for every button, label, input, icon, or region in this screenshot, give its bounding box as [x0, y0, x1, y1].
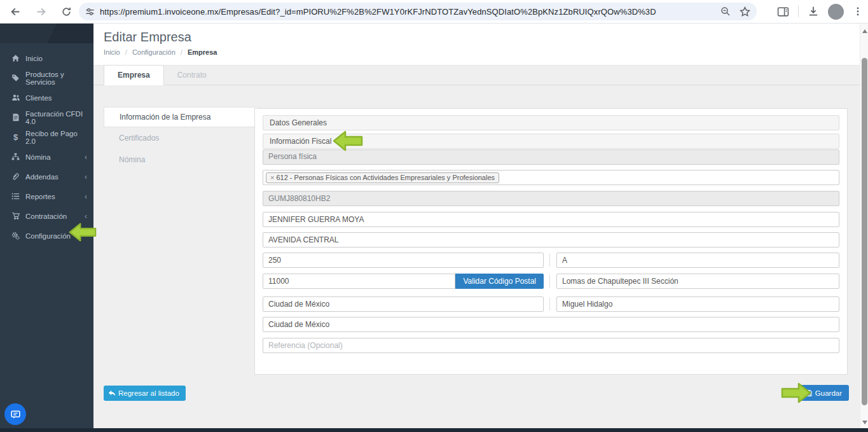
- estado-input[interactable]: [263, 317, 839, 332]
- scrollbar-up-arrow[interactable]: [862, 29, 867, 33]
- company-form-panel: Datos Generales Información Fiscal Perso…: [254, 108, 848, 375]
- page-header: Editar Empresa Inicio / Configuración / …: [93, 24, 860, 66]
- kebab-menu-icon[interactable]: [853, 6, 863, 17]
- sidebar-item-nomina[interactable]: Nómina ‹: [0, 147, 93, 167]
- chip-label: 612 - Personas Físicas con Actividades E…: [276, 174, 495, 182]
- company-subnav: Información de la Empresa Certificados N…: [104, 107, 260, 171]
- sidebar-item-reportes[interactable]: Reportes ‹: [0, 186, 93, 206]
- reading-list-icon[interactable]: [777, 6, 789, 17]
- scrollbar-thumb[interactable]: [862, 58, 867, 405]
- sidebar-item-configuracion[interactable]: Configuración: [0, 226, 93, 246]
- chip-remove-icon[interactable]: ×: [270, 174, 274, 182]
- url-text[interactable]: https://premium1.invoiceone.mx/Empresas/…: [100, 7, 715, 17]
- tab-contrato[interactable]: Contrato: [164, 66, 220, 85]
- gears-icon: [11, 232, 20, 240]
- validar-codigo-postal-button[interactable]: Validar Código Postal: [455, 274, 544, 289]
- paperclip-icon: [11, 172, 20, 181]
- numero-interior-input[interactable]: [556, 253, 839, 268]
- sidebar: Inicio Productos y Servicios Clientes Fa…: [0, 24, 93, 432]
- sidebar-item-productos-y-servicios[interactable]: Productos y Servicios: [0, 68, 93, 88]
- scrollbar-down-arrow[interactable]: [862, 421, 867, 424]
- list-icon: [11, 192, 20, 201]
- section-informacion-fiscal[interactable]: Información Fiscal: [263, 134, 839, 149]
- numero-exterior-input[interactable]: [263, 253, 544, 268]
- invoice-file-icon: [11, 113, 20, 122]
- sidebar-item-facturacion-cfdi[interactable]: Facturación CFDI 4.0: [0, 108, 93, 127]
- sidebar-item-inicio[interactable]: Inicio: [0, 48, 93, 68]
- address-bar[interactable]: https://premium1.invoiceone.mx/Empresas/…: [79, 3, 757, 20]
- sidebar-item-contratacion[interactable]: Contratación ‹: [0, 206, 93, 226]
- guardar-button[interactable]: Guardar: [798, 385, 849, 401]
- sidebar-item-addendas[interactable]: Addendas ‹: [0, 167, 93, 186]
- ciudad-input[interactable]: [263, 296, 544, 312]
- rfc-input: [263, 191, 839, 206]
- sidebar-item-clientes[interactable]: Clientes: [0, 88, 93, 108]
- persona-tipo-field: Persona física: [263, 150, 839, 165]
- browser-back-icon[interactable]: [8, 4, 23, 19]
- breadcrumb-empresa: Empresa: [188, 48, 217, 56]
- tab-strip: Empresa Contrato: [93, 66, 860, 85]
- zoom-out-icon[interactable]: [720, 6, 731, 17]
- save-floppy-icon: [805, 389, 812, 396]
- users-icon: [11, 94, 20, 102]
- profile-avatar[interactable]: [828, 4, 844, 20]
- browser-forward-icon: [33, 4, 48, 19]
- codigo-postal-input[interactable]: [263, 274, 455, 289]
- breadcrumb-configuracion[interactable]: Configuración: [132, 48, 176, 56]
- chevron-left-icon: ‹: [85, 153, 87, 162]
- download-icon[interactable]: [808, 6, 819, 17]
- page-scrollbar[interactable]: [860, 24, 868, 432]
- site-settings-icon[interactable]: [85, 7, 95, 17]
- bookmark-star-icon[interactable]: [740, 6, 750, 17]
- sidebar-item-recibo-de-pago[interactable]: $ Recibo de Pago 2.0: [0, 127, 93, 147]
- page-title: Editar Empresa: [104, 30, 860, 45]
- section-datos-generales[interactable]: Datos Generales: [263, 115, 839, 130]
- calle-input[interactable]: [263, 232, 839, 247]
- subnav-certificados[interactable]: Certificados: [104, 127, 260, 149]
- breadcrumb: Inicio / Configuración / Empresa: [104, 48, 860, 56]
- chat-widget-button[interactable]: [4, 403, 26, 425]
- main-content: Editar Empresa Inicio / Configuración / …: [93, 24, 860, 428]
- cart-icon: [11, 212, 20, 221]
- municipio-input[interactable]: [556, 296, 839, 312]
- referencia-input[interactable]: [263, 338, 839, 353]
- home-icon: [11, 54, 20, 63]
- chevron-left-icon: ‹: [85, 192, 87, 201]
- sidebar-logo-area: [0, 24, 93, 43]
- regimen-fiscal-chip: × 612 - Personas Físicas con Actividades…: [266, 172, 499, 183]
- back-arrow-icon: [108, 390, 116, 397]
- browser-reload-icon[interactable]: [59, 4, 74, 19]
- chevron-left-icon: ‹: [85, 212, 87, 221]
- sitemap-icon: [11, 153, 20, 162]
- window-bottom-edge: [0, 428, 868, 432]
- regresar-al-listado-button[interactable]: Regresar al listado: [104, 386, 186, 401]
- subnav-nomina[interactable]: Nómina: [104, 149, 260, 171]
- tag-icon: [11, 74, 20, 83]
- razon-social-input[interactable]: [263, 212, 839, 227]
- browser-toolbar: https://premium1.invoiceone.mx/Empresas/…: [0, 0, 868, 24]
- chat-bubble-icon: [10, 409, 21, 420]
- dollar-icon: $: [11, 133, 20, 142]
- toolbar-divider: [798, 6, 799, 17]
- chevron-left-icon: ‹: [85, 172, 87, 181]
- colonia-input[interactable]: [556, 274, 839, 289]
- breadcrumb-inicio[interactable]: Inicio: [104, 48, 120, 56]
- regimen-fiscal-multiselect[interactable]: × 612 - Personas Físicas con Actividades…: [263, 170, 839, 185]
- tab-empresa[interactable]: Empresa: [104, 65, 164, 85]
- subnav-informacion-empresa[interactable]: Información de la Empresa: [104, 107, 260, 127]
